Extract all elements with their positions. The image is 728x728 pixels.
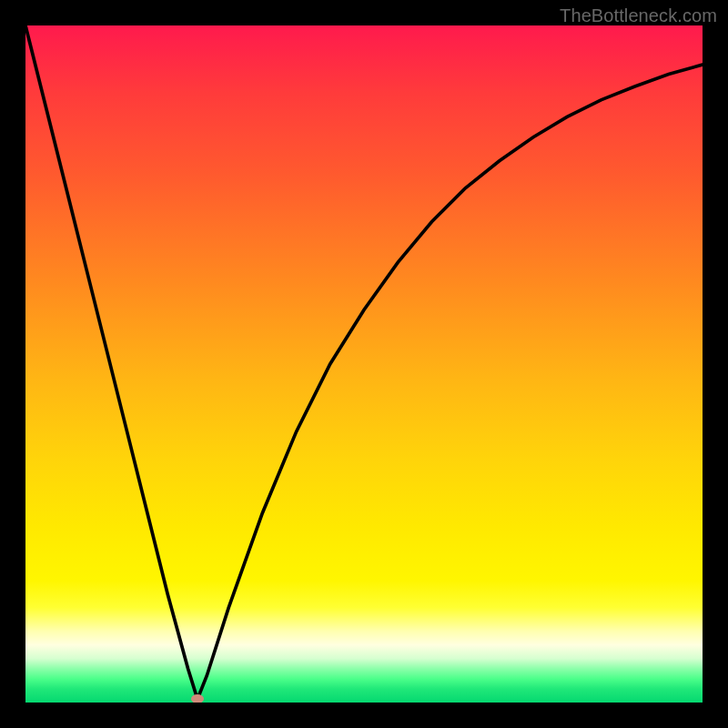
chart-frame: TheBottleneck.com bbox=[0, 0, 728, 728]
watermark-text: TheBottleneck.com bbox=[560, 5, 717, 26]
chart-optimal-marker bbox=[191, 694, 204, 703]
chart-plot-area bbox=[25, 25, 703, 703]
bottleneck-curve-path bbox=[25, 25, 703, 699]
chart-curve-svg bbox=[25, 25, 703, 703]
